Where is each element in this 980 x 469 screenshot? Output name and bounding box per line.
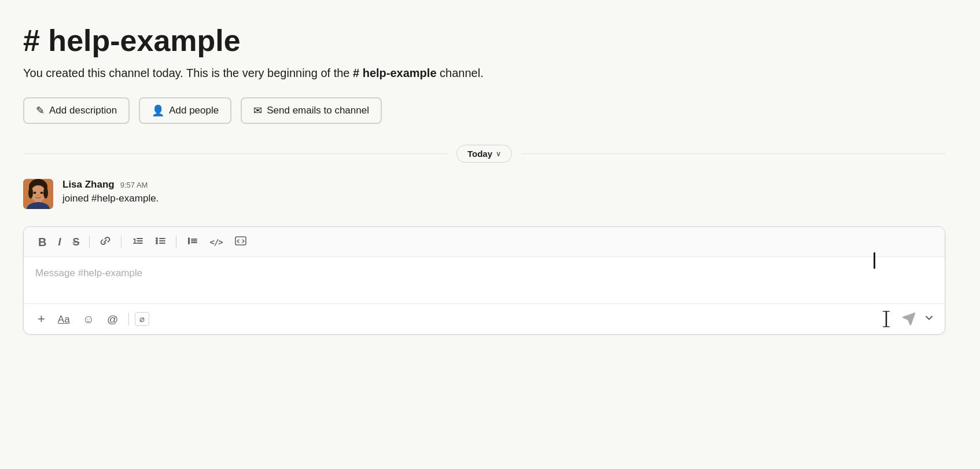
code-block-button[interactable] — [230, 233, 251, 251]
bold-button[interactable]: B — [34, 234, 50, 250]
svg-point-14 — [156, 237, 158, 240]
channel-subtitle: You created this channel today. This is … — [23, 65, 945, 81]
toolbar-divider-1 — [89, 236, 90, 248]
send-emails-button[interactable]: ✉ Send emails to channel — [241, 97, 382, 124]
message-placeholder: Message #help-example — [35, 268, 142, 279]
code-block-icon — [234, 235, 247, 247]
date-divider: Today ∨ — [23, 145, 945, 163]
mention-button[interactable]: @ — [102, 312, 123, 327]
action-buttons: ✎ Add description 👤 Add people ✉ Send em… — [23, 97, 945, 124]
send-button[interactable] — [897, 310, 920, 328]
date-label: Today — [467, 149, 492, 159]
svg-point-9 — [38, 195, 39, 196]
add-description-label: Add description — [49, 105, 117, 116]
add-description-button[interactable]: ✎ Add description — [23, 97, 130, 124]
ordered-list-button[interactable]: 1. — [127, 233, 147, 251]
message-header: Lisa Zhang 9:57 AM — [62, 179, 945, 190]
send-icon — [902, 312, 916, 326]
footer-left-tools: + Aa ☺ @ ⌀ — [33, 310, 149, 328]
sender-name: Lisa Zhang — [62, 179, 115, 190]
strikethrough-button[interactable]: S — [68, 235, 83, 250]
chevron-down-icon — [925, 314, 933, 322]
toolbar-divider-3 — [176, 236, 176, 248]
composer-toolbar: B I S 1. — [24, 227, 945, 257]
svg-point-6 — [43, 187, 48, 199]
subtitle-start: You created this channel today. This is … — [23, 67, 353, 79]
svg-point-16 — [156, 242, 158, 244]
svg-point-5 — [28, 187, 33, 199]
slash-command-button[interactable]: ⌀ — [135, 312, 149, 326]
slash-icon: ⌀ — [139, 314, 145, 324]
channel-header: # help-example You created this channel … — [23, 23, 945, 81]
send-options-button[interactable] — [923, 312, 935, 327]
add-attachment-button[interactable]: + — [33, 310, 50, 328]
format-text-icon: Aa — [58, 314, 70, 325]
message-time: 9:57 AM — [120, 181, 148, 189]
message-text: joined #help-example. — [62, 193, 945, 204]
svg-point-15 — [156, 240, 158, 242]
avatar — [23, 179, 53, 209]
emoji-button[interactable]: ☺ — [78, 311, 99, 327]
plus-icon: + — [38, 312, 45, 326]
divider-line-left — [23, 153, 447, 154]
composer-footer: + Aa ☺ @ ⌀ — [24, 303, 945, 334]
channel-title: # help-example — [23, 23, 945, 58]
footer-right-tools — [878, 310, 935, 328]
message-input[interactable]: Message #help-example — [24, 257, 945, 303]
footer-divider — [128, 313, 129, 325]
blockquote-button[interactable] — [182, 233, 202, 251]
add-people-label: Add people — [169, 105, 219, 116]
italic-button[interactable]: I — [54, 235, 65, 250]
at-icon: @ — [107, 313, 118, 325]
subtitle-end: channel. — [437, 67, 484, 79]
cursor-icon-area — [878, 310, 895, 328]
svg-point-8 — [40, 192, 43, 194]
pencil-icon: ✎ — [36, 104, 45, 117]
link-button[interactable] — [95, 233, 115, 251]
message-item: Lisa Zhang 9:57 AM joined #help-example. — [23, 179, 945, 209]
code-button[interactable]: </> — [205, 236, 226, 248]
format-text-button[interactable]: Aa — [53, 312, 75, 327]
email-icon: ✉ — [253, 104, 262, 117]
blockquote-icon — [186, 235, 198, 247]
subtitle-channel-name: # help-example — [353, 67, 437, 79]
person-add-icon: 👤 — [152, 104, 164, 117]
toolbar-divider-2 — [121, 236, 121, 248]
channel-hash: # help-example — [23, 23, 241, 58]
unordered-list-icon — [154, 235, 166, 247]
ordered-list-icon: 1. — [131, 235, 143, 247]
message-content: Lisa Zhang 9:57 AM joined #help-example. — [62, 179, 945, 204]
svg-point-7 — [34, 192, 36, 194]
chevron-down-icon: ∨ — [496, 150, 501, 158]
divider-line-right — [521, 153, 945, 154]
link-icon — [100, 235, 111, 247]
send-emails-label: Send emails to channel — [267, 105, 369, 116]
unordered-list-button[interactable] — [150, 233, 170, 251]
date-badge-button[interactable]: Today ∨ — [456, 145, 512, 163]
emoji-icon: ☺ — [83, 313, 94, 325]
ibeam-cursor-icon — [881, 311, 891, 327]
add-people-button[interactable]: 👤 Add people — [139, 97, 231, 124]
svg-rect-20 — [188, 237, 190, 244]
message-composer: B I S 1. — [23, 226, 945, 335]
